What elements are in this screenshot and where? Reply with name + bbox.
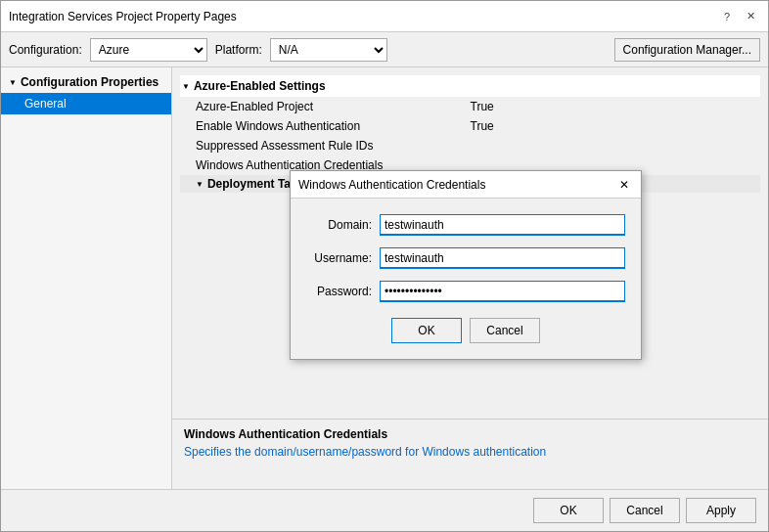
password-input[interactable] — [380, 281, 625, 302]
footer-buttons: OK Cancel Apply — [1, 489, 768, 531]
domain-label: Domain: — [306, 218, 380, 232]
dialog-ok-button[interactable]: OK — [391, 318, 462, 343]
bottom-info-panel: Windows Authentication Credentials Speci… — [172, 419, 768, 489]
bottom-panel-desc: Specifies the domain/username/password f… — [184, 445, 756, 459]
section-triangle: ▼ — [9, 78, 17, 87]
username-label: Username: — [306, 251, 380, 265]
config-label: Configuration: — [9, 43, 82, 57]
help-button[interactable]: ? — [717, 7, 737, 26]
platform-select[interactable]: N/A — [270, 38, 387, 62]
dialog-close-button[interactable]: ✕ — [615, 176, 633, 194]
dialog-body: Domain: Username: Password: — [291, 199, 641, 359]
sidebar: ▼ Configuration Properties General — [1, 67, 172, 489]
sidebar-section: ▼ Configuration Properties — [1, 71, 171, 93]
dialog-cancel-button[interactable]: Cancel — [470, 318, 540, 343]
ok-button[interactable]: OK — [533, 498, 604, 523]
cancel-button[interactable]: Cancel — [610, 498, 680, 523]
title-bar: Integration Services Project Property Pa… — [1, 1, 768, 32]
dialog-title: Windows Authentication Credentials — [298, 178, 485, 192]
password-field: Password: — [306, 281, 625, 302]
window-title: Integration Services Project Property Pa… — [9, 10, 237, 23]
bottom-panel-title: Windows Authentication Credentials — [184, 427, 756, 441]
main-content: ▼ Configuration Properties General ▼ Azu… — [1, 67, 768, 489]
main-window: Integration Services Project Property Pa… — [0, 0, 769, 532]
domain-input[interactable] — [380, 214, 625, 236]
credentials-dialog: Windows Authentication Credentials ✕ Dom… — [290, 170, 642, 360]
right-panel: ▼ Azure-Enabled Settings Azure-Enabled P… — [172, 67, 768, 489]
close-button[interactable]: ✕ — [741, 7, 760, 26]
username-input[interactable] — [380, 247, 625, 269]
sidebar-section-label: Configuration Properties — [21, 75, 158, 89]
dialog-title-bar: Windows Authentication Credentials ✕ — [291, 171, 641, 199]
content-scroll: ▼ Azure-Enabled Settings Azure-Enabled P… — [172, 67, 768, 419]
password-label: Password: — [306, 285, 380, 298]
dialog-buttons: OK Cancel — [306, 318, 625, 343]
apply-button[interactable]: Apply — [686, 498, 756, 523]
domain-field: Domain: — [306, 214, 625, 236]
dialog-overlay: Windows Authentication Credentials ✕ Dom… — [172, 67, 768, 419]
sidebar-item-general[interactable]: General — [1, 93, 171, 114]
config-select[interactable]: Azure — [90, 38, 207, 62]
username-field: Username: — [306, 247, 625, 269]
sidebar-item-label: General — [24, 97, 67, 111]
title-bar-controls: ? ✕ — [717, 7, 760, 26]
toolbar: Configuration: Azure Platform: N/A Confi… — [1, 32, 768, 67]
config-manager-button[interactable]: Configuration Manager... — [614, 38, 760, 62]
platform-label: Platform: — [215, 43, 262, 57]
